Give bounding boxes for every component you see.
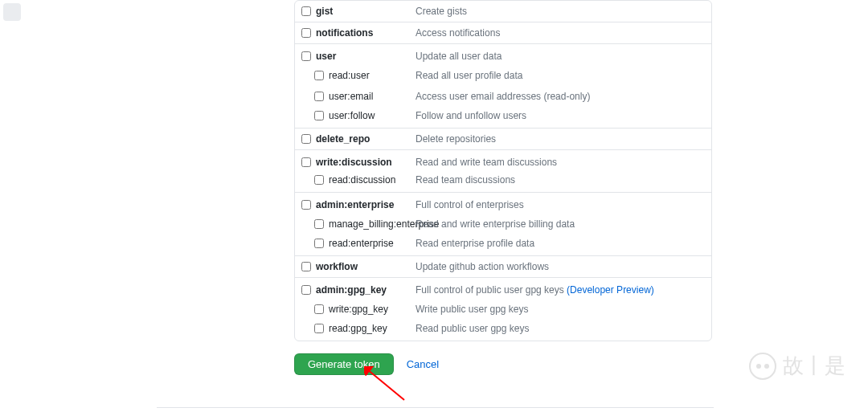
scope-checkbox[interactable] — [301, 262, 311, 271]
scope-description: Read team discussions — [416, 174, 711, 186]
scope-name: admin:gpg_key — [314, 284, 416, 296]
scope-block: userUpdate all user dataread:userRead al… — [295, 44, 711, 128]
scope-block: gistCreate gists — [295, 1, 711, 22]
scope-row: delete_repoDelete repositories — [295, 128, 711, 149]
scope-description: Read all user profile data — [416, 70, 711, 81]
scope-checkbox[interactable] — [314, 239, 324, 248]
scope-name: user:email — [327, 91, 416, 102]
scope-name: workflow — [314, 261, 416, 272]
scope-description: Follow and unfollow users — [416, 110, 711, 121]
scope-checkbox[interactable] — [314, 71, 324, 80]
scope-checkbox[interactable] — [314, 175, 324, 185]
scope-row: admin:enterpriseFull control of enterpri… — [295, 193, 711, 214]
generate-token-button[interactable]: Generate token — [294, 353, 394, 375]
scope-description: Update all user data — [416, 51, 711, 62]
scope-row: manage_billing:enterpriseRead and write … — [295, 214, 711, 235]
scope-name: admin:enterprise — [314, 199, 416, 210]
developer-preview-label: (Developer Preview) — [567, 284, 654, 296]
scope-checkbox[interactable] — [301, 51, 311, 61]
scope-row: write:discussionRead and write team disc… — [295, 150, 711, 171]
scope-name: manage_billing:enterprise — [327, 218, 416, 230]
scope-description: Full control of public user gpg keys (De… — [416, 284, 711, 296]
scope-block: admin:enterpriseFull control of enterpri… — [295, 193, 711, 256]
scope-block: write:discussionRead and write team disc… — [295, 150, 711, 193]
scope-row: write:gpg_keyWrite public user gpg keys — [295, 299, 711, 320]
scopes-table: gistCreate gistsnotificationsAccess noti… — [294, 0, 712, 341]
scope-checkbox[interactable] — [301, 134, 311, 144]
scope-block: notificationsAccess notifications — [295, 22, 711, 44]
scope-row: read:userRead all user profile data — [295, 65, 711, 86]
scope-description: Read enterprise profile data — [416, 238, 711, 249]
cancel-button[interactable]: Cancel — [407, 358, 439, 370]
scope-row: userUpdate all user data — [295, 44, 711, 65]
scope-row: gistCreate gists — [295, 1, 711, 22]
scope-name: write:discussion — [314, 157, 416, 168]
scope-description: Create gists — [416, 6, 711, 17]
scope-checkbox[interactable] — [314, 92, 324, 101]
page-ornament — [3, 3, 21, 21]
scope-row: workflowUpdate github action workflows — [295, 256, 711, 277]
scope-row: read:enterpriseRead enterprise profile d… — [295, 235, 711, 255]
scope-description: Read and write enterprise billing data — [416, 218, 711, 230]
scope-checkbox[interactable] — [314, 219, 324, 229]
scope-name: delete_repo — [314, 133, 416, 145]
form-actions: Generate token Cancel — [294, 353, 868, 375]
scope-name: user — [314, 51, 416, 62]
scope-description: Full control of enterprises — [416, 199, 711, 210]
scope-name: read:discussion — [327, 174, 416, 186]
scope-description: Read and write team discussions — [416, 157, 711, 168]
scope-description: Access user email addresses (read-only) — [416, 91, 711, 102]
scope-checkbox[interactable] — [314, 324, 324, 333]
scope-row: notificationsAccess notifications — [295, 22, 711, 43]
scope-row: user:followFollow and unfollow users — [295, 107, 711, 128]
scope-block: workflowUpdate github action workflows — [295, 256, 711, 278]
scope-name: notifications — [314, 27, 416, 39]
scope-name: read:gpg_key — [327, 323, 416, 334]
scope-block: admin:gpg_keyFull control of public user… — [295, 278, 711, 341]
scope-row: admin:gpg_keyFull control of public user… — [295, 278, 711, 299]
scope-row: read:gpg_keyRead public user gpg keys — [295, 320, 711, 341]
scope-name: user:follow — [327, 110, 416, 121]
scope-row: user:emailAccess user email addresses (r… — [295, 86, 711, 107]
scope-checkbox[interactable] — [301, 157, 311, 167]
scope-checkbox[interactable] — [301, 28, 311, 38]
scope-name: write:gpg_key — [327, 304, 416, 315]
scope-name: read:user — [327, 70, 416, 81]
footer-divider — [157, 407, 714, 408]
scope-description: Delete repositories — [416, 133, 711, 145]
scope-checkbox[interactable] — [314, 304, 324, 314]
scope-checkbox[interactable] — [301, 6, 311, 16]
scope-row: read:discussionRead team discussions — [295, 171, 711, 192]
scope-description: Write public user gpg keys — [416, 304, 711, 315]
scope-checkbox[interactable] — [301, 285, 311, 295]
scope-name: gist — [314, 6, 416, 17]
scope-description: Update github action workflows — [416, 261, 711, 272]
scope-description: Read public user gpg keys — [416, 323, 711, 334]
scope-checkbox[interactable] — [301, 200, 311, 210]
scope-name: read:enterprise — [327, 238, 416, 249]
scope-checkbox[interactable] — [314, 111, 324, 120]
scope-description: Access notifications — [416, 27, 711, 39]
scope-block: delete_repoDelete repositories — [295, 128, 711, 150]
